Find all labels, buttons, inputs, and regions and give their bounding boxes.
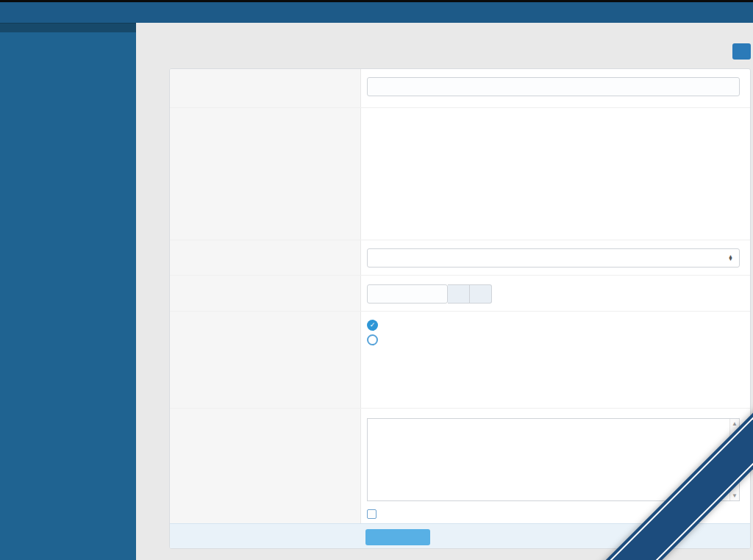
home-icon[interactable] [7, 7, 18, 18]
sidebar-expanded-group [0, 23, 136, 32]
sidebar [0, 23, 136, 560]
all-user-groups-option[interactable] [367, 317, 740, 332]
breadcrumb [169, 31, 751, 41]
prefix-group-label [170, 240, 361, 275]
scroll-up-icon[interactable]: ▲ [732, 420, 738, 427]
display-order-label [170, 276, 361, 311]
select-arrows-icon: ▲▼ [728, 255, 733, 261]
display-styling-label [170, 108, 361, 240]
prefix-group-select[interactable]: ▲▼ [367, 248, 740, 268]
topbar [0, 2, 753, 23]
selected-user-groups-option[interactable] [367, 332, 740, 347]
radio-checked-icon [367, 320, 378, 331]
scroll-down-icon[interactable]: ▼ [732, 492, 738, 499]
checkbox-icon [367, 509, 376, 519]
edit-prefix-form: ▲▼ [169, 68, 751, 549]
title-input[interactable] [367, 77, 740, 96]
radio-icon [367, 334, 378, 345]
increment-button[interactable] [448, 284, 470, 304]
display-order-input[interactable] [367, 284, 448, 304]
title-label [170, 69, 361, 107]
decrement-button[interactable] [470, 284, 492, 304]
main-content: ▲▼ [136, 23, 753, 560]
departments-label [170, 409, 361, 523]
styling-options-left [367, 113, 552, 240]
user-groups-label [170, 312, 361, 408]
save-button[interactable] [365, 529, 430, 545]
styling-options-right [552, 113, 740, 240]
delete-button[interactable] [732, 43, 751, 60]
